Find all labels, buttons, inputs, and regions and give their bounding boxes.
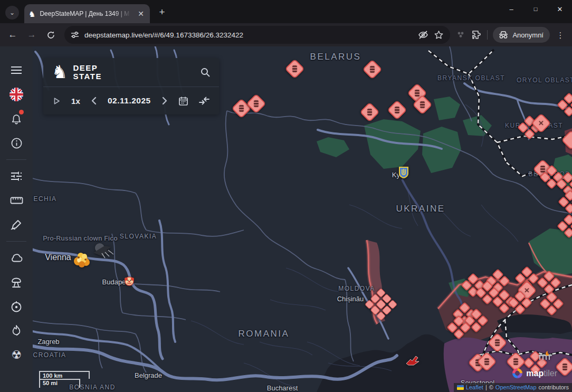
chevron-down-icon: ⌄ [9,9,15,16]
wordmark-line2: STATE [73,72,195,81]
sliders-icon [11,171,22,181]
address-bar[interactable]: deepstatemap.live/en/#/6/49.1673386/26.3… [64,26,450,44]
play-icon [53,97,61,105]
next-day-button[interactable] [161,97,168,105]
compare-dates-button[interactable] [199,97,209,105]
extensions-puzzle-icon[interactable] [471,30,482,40]
ukraine-flag-icon [457,385,464,390]
tab-strip: ⌄ ♞ DeepStateMAP | День 1349 | M ✕ + – □… [0,0,572,23]
speed-button[interactable]: 1x [71,97,80,106]
chevron-right-icon [161,97,168,105]
scale-mi: 50 mi [39,379,80,388]
incognito-profile-chip[interactable]: Anonymní [493,27,550,43]
maptiler-text-light: tiler [544,369,557,378]
map-canvas[interactable]: BELARUSUKRAINEROMANIAMOLDOVASLOVAKIACZEC… [33,46,572,392]
pencil-draw-icon [10,219,23,231]
tab-search-button[interactable]: ⌄ [5,6,19,20]
bookmark-star-icon[interactable] [434,30,444,40]
sidebar-draw-button[interactable] [5,213,28,237]
uk-flag-icon [9,87,24,102]
deepstate-panel: ♞ DEEP STATE [43,58,219,114]
info-icon [11,137,23,149]
active-tab[interactable]: ♞ DeepStateMAP | День 1349 | M ✕ [24,4,150,23]
sidebar-language-button[interactable] [5,82,28,107]
date-display[interactable]: 02.11.2025 [108,96,151,106]
siren-target-icon [10,300,23,313]
bell-icon [11,113,22,125]
sidebar-divider [6,159,26,160]
compare-arrows-icon [199,97,209,105]
reload-button[interactable] [42,26,59,43]
sidebar-radiation-button[interactable]: ☢ [5,343,28,367]
chevron-left-icon [91,97,97,105]
incognito-icon [498,31,509,39]
browser-window: ⌄ ♞ DeepStateMAP | День 1349 | M ✕ + – □… [0,0,572,392]
sidebar-explosions-button[interactable] [5,270,28,294]
mushroom-cloud-icon [10,276,23,289]
map-scale-control: 100 km 50 mi [39,371,90,388]
calendar-button[interactable] [178,96,188,106]
calendar-icon [178,96,188,106]
forward-button[interactable]: → [23,26,40,43]
sidebar-measure-button[interactable] [5,188,28,213]
leaflet-link[interactable]: Leaflet [466,384,483,390]
sidebar-menu-button[interactable] [5,58,28,82]
profile-label: Anonymní [512,31,544,39]
previous-day-button[interactable] [91,97,97,105]
sidebar-layers-button[interactable] [5,164,28,188]
flame-icon [11,324,22,337]
play-button[interactable] [53,97,61,105]
maptiler-logo[interactable]: maptiler [511,367,557,379]
contributors-text: contributors [539,384,569,390]
sidebar-alerts-button[interactable] [5,294,28,319]
sidebar-divider [6,241,26,242]
deepstate-logo-icon: ♞ [52,63,68,81]
toolbar-separator [487,30,488,40]
url-text[interactable]: deepstatemap.live/en/#/6/49.1673386/26.3… [84,31,413,39]
maptiler-text-bold: map [526,369,544,378]
maximize-button[interactable]: □ [523,0,548,18]
sidebar-weather-button[interactable] [5,246,28,270]
notification-badge [19,110,24,114]
sidebar-notifications-button[interactable] [5,107,28,131]
wordmark-line1: DEEP [73,64,195,73]
tracking-protection-icon[interactable] [455,30,466,40]
site-settings-icon[interactable] [71,31,79,39]
window-controls: – □ ✕ [499,0,572,18]
minimize-button[interactable]: – [499,0,523,18]
cloud-icon [10,253,23,263]
tab-close-icon[interactable]: ✕ [136,9,146,18]
browser-toolbar: ← → deepstatemap.live/en/#/6/49.1673386/… [0,23,572,46]
scale-km: 100 km [39,371,90,379]
maptiler-pinwheel-icon [511,367,523,379]
close-window-button[interactable]: ✕ [548,0,572,18]
sidebar-fires-button[interactable] [5,319,28,343]
search-icon [200,67,211,78]
ruler-icon [10,196,23,205]
knight-favicon-icon: ♞ [28,10,35,18]
search-button[interactable] [200,67,211,78]
new-tab-button[interactable]: + [155,5,169,19]
deepstate-wordmark: DEEP STATE [73,64,195,81]
reload-icon [46,31,55,40]
sidebar-info-button[interactable] [5,131,28,155]
toolbar-right: Anonymní ⋮ [455,27,568,43]
osm-link[interactable]: OpenStreetMap [495,384,537,390]
browser-menu-button[interactable]: ⋮ [555,34,566,36]
eye-off-icon[interactable] [418,30,428,40]
map-attribution: Leaflet | © OpenStreetMap contributors [454,383,572,392]
radiation-icon: ☢ [11,349,22,361]
back-button[interactable]: ← [4,26,21,43]
app-sidebar: ☢ [0,46,33,392]
tab-title: DeepStateMAP | День 1349 | M [40,10,132,17]
copyright-symbol: © [489,384,493,390]
attribution-divider: | [485,384,487,390]
